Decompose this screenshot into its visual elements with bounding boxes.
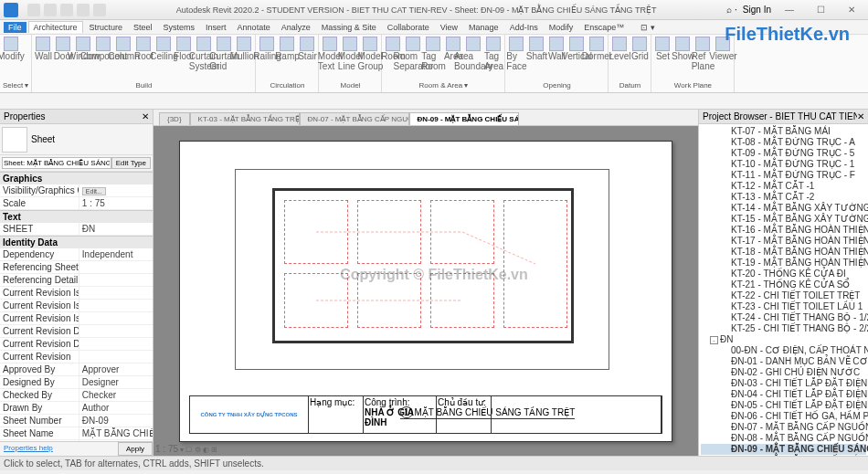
ribbon-tag-area[interactable]: Tag Area bbox=[484, 37, 503, 71]
ribbon-railing[interactable]: Railing bbox=[258, 37, 276, 61]
menu-annotate[interactable]: Annotate bbox=[233, 22, 275, 33]
menu-manage[interactable]: Manage bbox=[464, 22, 503, 33]
qat-print-icon[interactable] bbox=[93, 4, 106, 16]
ribbon-modify[interactable]: Modify bbox=[2, 37, 20, 61]
ribbon-wall[interactable]: Wall bbox=[34, 37, 52, 61]
tree-node[interactable]: ĐN-06 - CHI TIẾT HỐ GA, HẦM PHÂN bbox=[701, 411, 866, 422]
prop-row[interactable]: Current Revision Issued... bbox=[0, 312, 153, 325]
prop-row[interactable]: Current Revision bbox=[0, 351, 153, 363]
instance-selector[interactable] bbox=[2, 157, 111, 169]
view-tab[interactable]: KT-03 - MẶT BẰNG TẦNG TRỆT bbox=[190, 112, 300, 125]
menu-systems[interactable]: Systems bbox=[159, 22, 200, 33]
tree-node[interactable]: KT-19 - MẶT BẰNG HOÀN THIỆN TRẦN LẦU 1 bbox=[701, 258, 866, 269]
tree-node[interactable]: ĐN-05 - CHI TIẾT LẮP ĐẶT ĐIỆN NƯỚC -3 bbox=[701, 400, 866, 411]
menu-analyze[interactable]: Analyze bbox=[277, 22, 315, 33]
ribbon-stair[interactable]: Stair bbox=[298, 37, 316, 61]
close-button[interactable]: ✕ bbox=[839, 2, 864, 18]
prop-row[interactable]: Referencing Sheet bbox=[0, 261, 153, 274]
tree-node[interactable]: KT-10 - MẶT ĐỨNG TRỤC - 1 bbox=[701, 159, 866, 170]
tree-node[interactable]: ĐN-09 - MẶT BẰNG CHIẾU SÁNG TẦNG TRỆT bbox=[701, 444, 866, 455]
browser-tree[interactable]: KT-07 - MẶT BẰNG MÁIKT-08 - MẶT ĐỨNG TRỤ… bbox=[699, 124, 868, 456]
menu-insert[interactable]: Insert bbox=[201, 22, 231, 33]
minimize-button[interactable]: — bbox=[777, 2, 802, 18]
ribbon-model-line[interactable]: Model Line bbox=[341, 37, 359, 71]
ribbon-show[interactable]: Show bbox=[673, 37, 692, 61]
qat-undo-icon[interactable] bbox=[60, 4, 73, 16]
tree-node[interactable]: 00-ĐN - CƠ ĐIỆN, CẤP THOÁT NƯỚC bbox=[701, 345, 866, 356]
ribbon-tag-room[interactable]: Tag Room bbox=[424, 37, 442, 71]
prop-row[interactable]: Sheet NumberĐN-09 bbox=[0, 415, 153, 427]
prop-row[interactable]: Designed ByDesigner bbox=[0, 376, 153, 389]
close-browser-icon[interactable]: ✕ bbox=[857, 111, 864, 121]
tree-node[interactable]: KT-24 - CHI TIẾT THANG BỘ - 1/2 bbox=[701, 312, 866, 323]
view-control-bar[interactable]: 1 : 75 ▾ ☐ ⚙ ◐ ⊞ bbox=[155, 444, 217, 454]
tree-node[interactable]: ĐN-07 - MẶT BẰNG CẤP NGUỒN TẦNG TRỆT bbox=[701, 422, 866, 433]
prop-row[interactable]: Sheet NameMẶT BẰNG CHIẾU SÁN... bbox=[0, 427, 153, 440]
tree-node[interactable]: KT-09 - MẶT ĐỨNG TRỤC - 5 bbox=[701, 148, 866, 159]
ribbon-model-group[interactable]: Model Group bbox=[361, 37, 379, 71]
prop-category[interactable]: Graphics bbox=[0, 172, 153, 184]
prop-row[interactable]: Checked ByChecker bbox=[0, 389, 153, 402]
prop-row[interactable]: Current Revision Descr... bbox=[0, 338, 153, 351]
tree-node[interactable]: ĐN-08 - MẶT BẰNG CẤP NGUỒN LẦU 1 bbox=[701, 433, 866, 444]
prop-row[interactable]: Drawn ByAuthor bbox=[0, 402, 153, 415]
menu-massing & site[interactable]: Massing & Site bbox=[317, 22, 381, 33]
tree-node[interactable]: ĐN-03 - CHI TIẾT LẮP ĐẶT ĐIỆN NƯỚC -1 bbox=[701, 378, 866, 389]
ribbon-ramp[interactable]: Ramp bbox=[278, 37, 296, 61]
tree-node[interactable]: ĐN-02 - GHI CHÚ ĐIỆN NƯỚC bbox=[701, 367, 866, 378]
property-grid[interactable]: GraphicsVisibility/Graphics Over...Edit.… bbox=[0, 172, 153, 441]
modify-tools[interactable]: ⊡ ▾ bbox=[636, 22, 660, 33]
prop-row[interactable]: Referencing Detail bbox=[0, 274, 153, 287]
prop-row[interactable]: Current Revision Issued bbox=[0, 287, 153, 300]
view-tabs[interactable]: {3D}KT-03 - MẶT BẰNG TẦNG TRỆTĐN-07 - MẶ… bbox=[153, 110, 698, 126]
drawing-area[interactable]: {3D}KT-03 - MẶT BẰNG TẦNG TRỆTĐN-07 - MẶ… bbox=[153, 110, 698, 456]
ribbon-by-face[interactable]: By Face bbox=[507, 37, 525, 71]
tree-node[interactable]: ĐN-01 - DANH MỤC BẢN VẼ CƠ ĐIỆN, CẤP THO… bbox=[701, 356, 866, 367]
tree-node[interactable]: KT-23 - CHI TIẾT TOILET LẦU 1 bbox=[701, 301, 866, 312]
viewport-frame[interactable]: 1 MẶT BẰNG CHIẾU SÁNG TẦNG TRỆT bbox=[235, 169, 609, 370]
tree-node[interactable]: KT-07 - MẶT BẰNG MÁI bbox=[701, 126, 866, 137]
ribbon-level[interactable]: Level bbox=[610, 37, 629, 61]
apply-button[interactable]: Apply bbox=[118, 442, 153, 456]
menu-modify[interactable]: Modify bbox=[545, 22, 578, 33]
prop-row[interactable]: Visibility/Graphics Over...Edit... bbox=[0, 184, 153, 197]
menu-file[interactable]: File bbox=[4, 22, 26, 33]
ribbon-column[interactable]: Column bbox=[114, 37, 132, 61]
qat-save-icon[interactable] bbox=[44, 4, 57, 16]
ribbon-mullion[interactable]: Mullion bbox=[235, 37, 253, 61]
ribbon-model-text[interactable]: Model Text bbox=[321, 37, 339, 71]
quick-access-toolbar[interactable] bbox=[27, 4, 106, 16]
infocenter-icon[interactable]: ⌕ · bbox=[726, 5, 737, 15]
view-tab[interactable]: ĐN-09 - MẶT BẰNG CHIẾU SÁN... bbox=[409, 112, 519, 125]
tree-node[interactable]: ĐN-10 - MẶT BẰNG CHIẾU SÁNG LẦU 1 bbox=[701, 455, 866, 456]
properties-help-link[interactable]: Properties help bbox=[0, 442, 118, 456]
prop-row[interactable]: Current Revision Date bbox=[0, 325, 153, 338]
ribbon-viewer[interactable]: Viewer bbox=[714, 37, 732, 61]
edit-type-button[interactable]: Edit Type bbox=[111, 157, 151, 169]
ribbon-room-separator[interactable]: Room Separator bbox=[404, 37, 422, 71]
menu-steel[interactable]: Steel bbox=[129, 22, 157, 33]
prop-row[interactable]: Current Revision Issued... bbox=[0, 300, 153, 312]
tree-node[interactable]: KT-22 - CHI TIẾT TOILET TRỆT bbox=[701, 290, 866, 301]
ribbon-set[interactable]: Set bbox=[653, 37, 672, 61]
tree-node[interactable]: KT-25 - CHI TIẾT THANG BỘ - 2/2 bbox=[701, 323, 866, 334]
prop-category[interactable]: Identity Data bbox=[0, 236, 153, 248]
ribbon-shaft[interactable]: Shaft bbox=[527, 37, 545, 61]
browser-header[interactable]: Project Browser - BIET THU CAT TIEN-REV✕ bbox=[699, 110, 868, 124]
prop-row[interactable]: Scale1 : 75 bbox=[0, 197, 153, 210]
tree-node[interactable]: KT-16 - MẶT BẰNG HOÀN THIỆN SÀN TẦNG TRỆ… bbox=[701, 225, 866, 236]
prop-category[interactable]: Text bbox=[0, 210, 153, 223]
prop-row[interactable]: SHEETĐN bbox=[0, 223, 153, 236]
tree-node[interactable]: KT-20 - THỐNG KÊ CỬA ĐI bbox=[701, 269, 866, 279]
ribbon-dormer[interactable]: Dormer bbox=[587, 37, 606, 61]
properties-header[interactable]: Properties✕ bbox=[0, 110, 153, 124]
tree-node[interactable]: ĐN-04 - CHI TIẾT LẮP ĐẶT ĐIỆN NƯỚC -2 bbox=[701, 389, 866, 400]
ribbon-tabs[interactable]: FileArchitectureStructureSteelSystemsIns… bbox=[0, 20, 868, 35]
qat-open-icon[interactable] bbox=[27, 4, 40, 16]
tree-node[interactable]: KT-11 - MẶT ĐỨNG TRỤC - F bbox=[701, 170, 866, 181]
prop-row[interactable]: Approved ByApprover bbox=[0, 363, 153, 376]
menu-add-ins[interactable]: Add-Ins bbox=[505, 22, 543, 33]
menu-collaborate[interactable]: Collaborate bbox=[383, 22, 434, 33]
titleblock[interactable]: CÔNG TY TNHH XÂY DỰNG TPCONS Hạng mục: C… bbox=[189, 395, 662, 434]
tree-node[interactable]: KT-15 - MẶT BẰNG XÂY TƯỜNG, ĐỊNH VỊ CỬA … bbox=[701, 214, 866, 225]
